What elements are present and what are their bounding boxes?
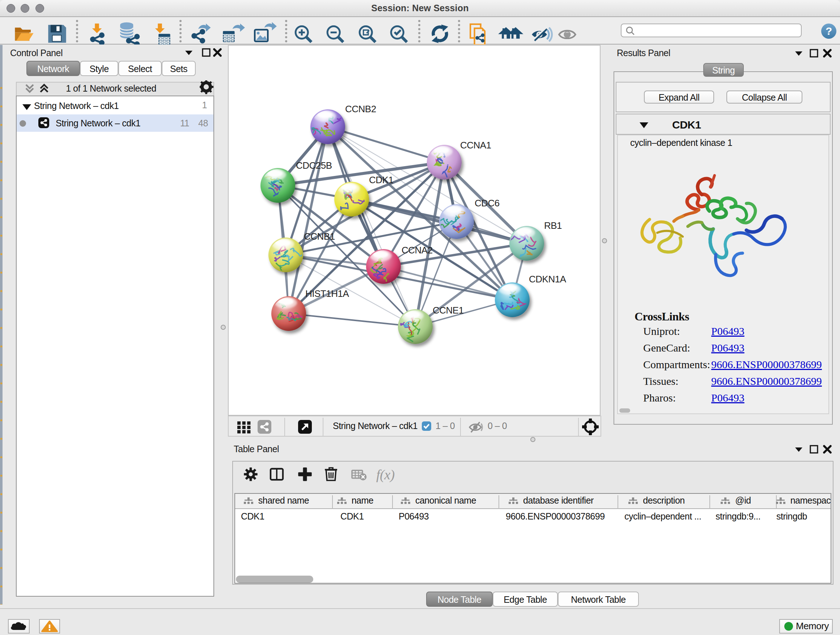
svg-text:f(x): f(x) bbox=[376, 467, 395, 483]
